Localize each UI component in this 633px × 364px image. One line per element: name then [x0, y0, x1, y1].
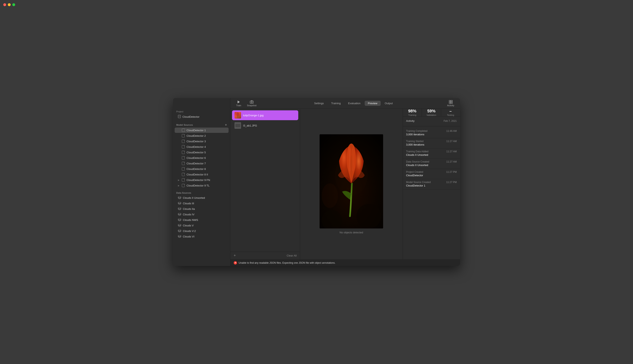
model-source-label: CloudDetector 7 [186, 162, 206, 165]
content-and-activity: tulipOrange-1.jpg l3_ab1.JPG [231, 109, 460, 260]
file-list: tulipOrange-1.jpg l3_ab1.JPG [231, 109, 300, 252]
error-icon: ✕ [234, 261, 237, 264]
model-source-icon [182, 162, 185, 165]
datasource-label: Clouds III [183, 202, 194, 205]
svg-marker-17 [238, 100, 240, 104]
add-model-source-button[interactable]: + [225, 123, 227, 126]
sidebar-item-datasource-0[interactable]: Clouds II Unsorted [175, 195, 229, 200]
model-source-label: CloudDetector 6 [186, 156, 206, 160]
datasource-icon [178, 235, 181, 238]
model-source-label: CloudDetector 9 FN [186, 178, 210, 182]
activity-entry-time: 11:46 AM [446, 130, 457, 132]
tab-training[interactable]: Training [328, 101, 344, 106]
svg-point-24 [236, 112, 239, 116]
svg-point-2 [178, 196, 181, 198]
file-item-tulip[interactable]: tulipOrange-1.jpg [232, 110, 298, 120]
activity-entry-label: Model Source Created [406, 181, 431, 184]
sidebar-item-datasource-7[interactable]: Clouds VI [175, 234, 229, 239]
svg-rect-23 [451, 102, 452, 104]
sidebar: Project CloudDetector Model Sources + [173, 98, 231, 266]
main-content: Train Snapshot [231, 98, 460, 266]
datasource-label: Clouds VI [183, 235, 194, 238]
preview-area: No objects detected [300, 109, 402, 260]
train-label: Train [236, 104, 241, 107]
sidebar-item-model-10[interactable]: ▶ CloudDetector 9 TL [175, 183, 229, 188]
sidebar-item-model-5[interactable]: CloudDetector 6 [175, 155, 229, 160]
svg-point-10 [178, 219, 181, 220]
sidebar-item-model-9[interactable]: ▶ CloudDetector 9 FN [175, 177, 229, 182]
model-source-icon [182, 184, 185, 187]
activity-entry-value: Clouds II Unsorted [406, 153, 457, 156]
sidebar-item-model-4[interactable]: CloudDetector 5 [175, 150, 229, 155]
model-source-label: CloudDetector 3 [186, 140, 206, 143]
tab-evaluation[interactable]: Evaluation [345, 101, 364, 106]
activity-entry-time: 11:27 AM [446, 150, 457, 153]
tab-settings[interactable]: Settings [311, 101, 327, 106]
project-section-label: Project [173, 109, 230, 114]
testing-value: – [443, 109, 458, 114]
sidebar-item-model-6[interactable]: CloudDetector 7 [175, 161, 229, 166]
activity-icon [449, 100, 453, 104]
activity-button[interactable]: Activity [445, 99, 457, 108]
sidebar-item-datasource-6[interactable]: Clouds V:2 [175, 228, 229, 234]
sidebar-item-datasource-5[interactable]: Clouds V [175, 223, 229, 228]
datasource-label: Clouds IV [183, 213, 194, 216]
sidebar-item-model-2[interactable]: CloudDetector 3 [175, 138, 229, 144]
sidebar-item-model-3[interactable]: CloudDetector 4 [175, 144, 229, 150]
model-source-icon [182, 151, 185, 154]
activity-entry-time: 11:27 AM [446, 140, 457, 143]
clear-all-button[interactable]: Clear All [287, 254, 297, 257]
stats-row: 98% Training 59% Validation – Testing [403, 109, 460, 116]
sidebar-item-model-7[interactable]: CloudDetector 8 [175, 166, 229, 172]
sidebar-item-datasource-1[interactable]: Clouds III [175, 201, 229, 206]
activity-entry-value: 3,000 iterations [406, 143, 457, 146]
activity-label: Activity [447, 104, 454, 107]
activity-title: Activity [406, 119, 414, 122]
toolbar-left: Train Snapshot [234, 99, 259, 108]
sidebar-item-model-8[interactable]: CloudDetector 8 II [175, 172, 229, 177]
file-panel-footer: + Clear All [231, 252, 300, 260]
stat-training: 98% Training [403, 109, 422, 116]
svg-point-8 [178, 213, 181, 214]
sidebar-item-model-1[interactable]: CloudDetector 2 [175, 133, 229, 138]
file-item-l3[interactable]: l3_ab1.JPG [232, 120, 298, 130]
sidebar-item-clouddetector[interactable]: CloudDetector [175, 114, 229, 120]
stat-testing: – Testing [441, 109, 460, 116]
sidebar-item-datasource-3[interactable]: Clouds IV [175, 212, 229, 217]
activity-entry-time: 11:27 AM [446, 160, 457, 163]
svg-rect-22 [449, 102, 451, 104]
model-source-label: CloudDetector 9 TL [186, 184, 210, 187]
add-file-button[interactable]: + [234, 254, 236, 258]
activity-date: Feb 7, 2021 [444, 120, 457, 122]
activity-entry-label: Project Created [406, 170, 423, 174]
activity-entry-value: 3,000 iterations [406, 133, 457, 136]
sidebar-item-datasource-2[interactable]: Clouds IIa [175, 206, 229, 212]
tab-preview[interactable]: Preview [365, 101, 381, 106]
status-message: Unable to find any readable JSON files. … [239, 262, 335, 264]
training-label: Training [404, 114, 420, 116]
content-area: tulipOrange-1.jpg l3_ab1.JPG [231, 109, 402, 260]
datasource-label: Clouds IIa [183, 208, 195, 210]
svg-point-12 [178, 224, 181, 226]
model-sources-section: Model Sources + CloudDetector 1 CloudDet… [173, 121, 230, 189]
svg-rect-26 [235, 124, 240, 127]
model-source-icon [182, 128, 185, 132]
project-section: Project CloudDetector [173, 107, 230, 121]
model-source-label: CloudDetector 5 [186, 151, 206, 154]
sidebar-item-datasource-4[interactable]: Clouds NWS [175, 217, 229, 222]
activity-entry-label: Training Data Added [406, 150, 429, 153]
svg-point-6 [178, 208, 181, 209]
snapshot-icon [250, 100, 254, 104]
toolbar-tabs: Settings Training Evaluation Preview Out… [264, 101, 443, 106]
tab-output[interactable]: Output [381, 101, 396, 106]
sidebar-item-model-0[interactable]: CloudDetector 1 [175, 128, 229, 133]
file-thumb-tulip [235, 112, 241, 118]
datasource-label: Clouds V:2 [183, 230, 196, 232]
model-source-label: CloudDetector 8 [186, 168, 206, 170]
activity-entry-time: 11:27 PM [446, 170, 457, 174]
svg-point-29 [356, 204, 381, 228]
train-button[interactable]: Train [234, 99, 244, 108]
svg-point-4 [178, 202, 181, 203]
file-thumb-gray [235, 122, 241, 129]
snapshot-button[interactable]: Snapshot [245, 99, 259, 108]
